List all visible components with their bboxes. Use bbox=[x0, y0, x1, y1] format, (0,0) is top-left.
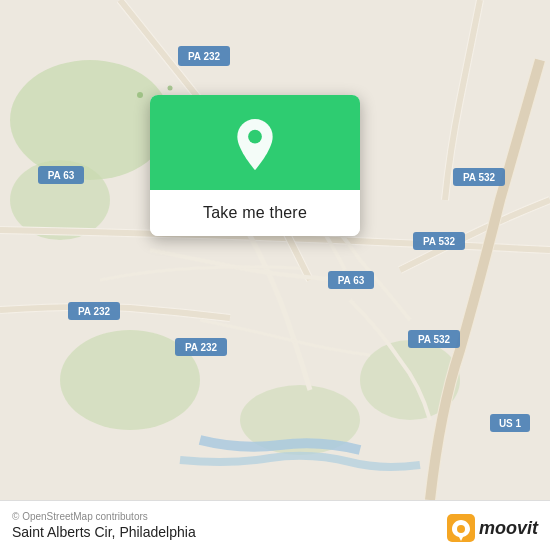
moovit-text: moovit bbox=[479, 518, 538, 539]
svg-text:US 1: US 1 bbox=[499, 418, 522, 429]
location-pin-icon bbox=[231, 117, 279, 172]
svg-text:PA 232: PA 232 bbox=[188, 51, 221, 62]
svg-text:PA 63: PA 63 bbox=[338, 275, 365, 286]
svg-text:PA 532: PA 532 bbox=[418, 334, 451, 345]
moovit-logo: moovit bbox=[447, 514, 538, 542]
location-label: Saint Alberts Cir, Philadelphia bbox=[12, 524, 196, 540]
svg-text:PA 232: PA 232 bbox=[185, 342, 218, 353]
svg-text:PA 63: PA 63 bbox=[48, 170, 75, 181]
svg-point-26 bbox=[168, 86, 173, 91]
svg-text:PA 532: PA 532 bbox=[463, 172, 496, 183]
svg-point-1 bbox=[10, 60, 170, 180]
bottom-bar: © OpenStreetMap contributors Saint Alber… bbox=[0, 500, 550, 550]
svg-point-29 bbox=[457, 525, 465, 533]
popup-icon-area bbox=[150, 95, 360, 190]
svg-text:PA 232: PA 232 bbox=[78, 306, 111, 317]
map-container: PA 232 PA 63 PA 232 PA 232 PA 532 PA 532… bbox=[0, 0, 550, 500]
svg-text:PA 532: PA 532 bbox=[423, 236, 456, 247]
popup-card: Take me there bbox=[150, 95, 360, 236]
take-me-there-button[interactable]: Take me there bbox=[150, 190, 360, 236]
moovit-icon bbox=[447, 514, 475, 542]
attribution-text: © OpenStreetMap contributors bbox=[12, 511, 196, 522]
svg-point-24 bbox=[137, 92, 143, 98]
svg-point-27 bbox=[248, 130, 262, 144]
map-svg: PA 232 PA 63 PA 232 PA 232 PA 532 PA 532… bbox=[0, 0, 550, 500]
